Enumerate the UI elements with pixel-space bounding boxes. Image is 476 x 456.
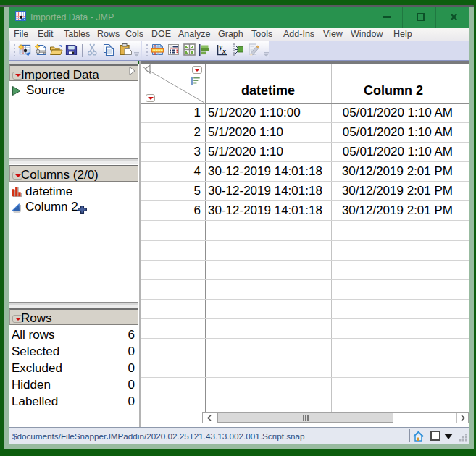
svg-text:x: x: [222, 47, 226, 55]
